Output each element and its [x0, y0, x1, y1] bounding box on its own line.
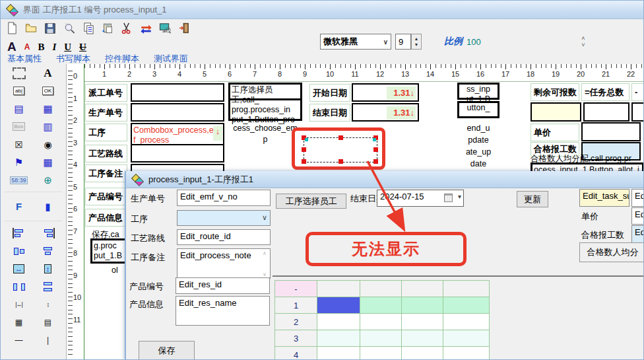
h-line-icon[interactable]: —	[5, 331, 34, 349]
dialog-date-picker[interactable]: 2024-07-15 ▾	[377, 190, 464, 207]
tree-tool-icon[interactable]: ⚑	[5, 153, 34, 171]
font-small-button[interactable]: A	[24, 41, 30, 53]
canvas-input-dispatch[interactable]	[131, 83, 224, 102]
chevron-down-icon[interactable]: ▾	[458, 193, 461, 200]
canvas-input-remaining[interactable]	[531, 102, 581, 122]
canvas-label-production[interactable]: 生产单号	[85, 104, 127, 122]
checkbox-tool-icon[interactable]: ☒	[5, 135, 34, 153]
grid-corner-cell[interactable]: -	[275, 281, 317, 297]
canvas-input-route[interactable]	[131, 144, 224, 162]
dialog-titlebar[interactable]: process_input_1-工序报工1	[126, 171, 643, 188]
screen-icon[interactable]	[158, 21, 172, 36]
space-v-icon[interactable]: ↨	[34, 295, 63, 313]
grid-cell[interactable]	[402, 347, 443, 360]
swap-arrows-icon[interactable]	[139, 21, 153, 36]
grid-cell[interactable]	[317, 330, 360, 347]
underline-button[interactable]: U	[64, 41, 71, 53]
grid-cell[interactable]	[443, 297, 490, 314]
copy-icon[interactable]	[81, 21, 96, 36]
canvas-label-process[interactable]: 工序	[85, 124, 127, 141]
dialog-input-task[interactable]: Edit_task_sur	[579, 189, 629, 207]
canvas-label-start-date[interactable]: 开始日期	[309, 84, 350, 102]
grid-row-header[interactable]: 4	[275, 347, 317, 360]
new-icon[interactable]	[5, 21, 19, 36]
dialog-input-route[interactable]: Edit_route_id	[177, 229, 271, 245]
web-tool-icon[interactable]: ⊕	[34, 171, 63, 189]
align-left-icon[interactable]	[5, 224, 34, 242]
grid-row-header[interactable]: 1	[275, 297, 317, 314]
tab-control-script[interactable]: 控件脚本	[105, 53, 139, 64]
dialog-update-button[interactable]: 更新	[517, 191, 548, 207]
grid-header-cell[interactable]	[317, 281, 360, 297]
canvas-input-cut[interactable]	[631, 102, 644, 122]
canvas-label-unit-price[interactable]: 单价	[531, 124, 579, 141]
grid-selected-cell[interactable]	[317, 297, 360, 314]
radio-tool-icon[interactable]: ◉	[34, 135, 63, 153]
canvas-input-end-date[interactable]: 1.31↓	[352, 103, 419, 122]
canvas-button-save[interactable]: g.proc put_1.B	[90, 238, 130, 264]
button-tool-icon[interactable]: OK	[34, 82, 63, 100]
tab-test-ui[interactable]: 测试界面	[154, 53, 188, 64]
distribute-v-icon[interactable]	[34, 277, 63, 295]
canvas-button-choose-emp[interactable]: 工序选择员工,call_ prog.process_in put_1.Butto…	[228, 83, 302, 121]
box-tool-icon[interactable]: Box	[5, 118, 34, 135]
grid-cell[interactable]	[360, 330, 402, 347]
datagrid-tool-icon[interactable]: ▦	[34, 153, 63, 171]
align-right-icon[interactable]	[34, 224, 63, 242]
dialog-input-qty[interactable]: Edit	[631, 225, 644, 243]
italic-button[interactable]: I	[52, 41, 56, 53]
grid-cell[interactable]	[443, 314, 490, 330]
edit-tool-icon[interactable]: ab|	[5, 82, 34, 100]
canvas-button-end-update-a[interactable]: ss_inp ut_1.B	[457, 83, 499, 100]
listbox-tool-icon[interactable]: ▥	[34, 118, 63, 135]
cut-icon[interactable]	[119, 21, 134, 36]
grid-cell[interactable]	[360, 314, 402, 330]
dialog-choose-emp-button[interactable]: 工序选择员工	[276, 194, 346, 209]
dialog-input-res-id[interactable]: Edit_res_id	[176, 277, 270, 294]
distribute-h-icon[interactable]	[5, 277, 34, 295]
canvas-label-res-name[interactable]: 产品信息	[85, 209, 127, 227]
font-size-spinner[interactable]: ▲▼	[411, 34, 422, 50]
exit-icon[interactable]	[177, 21, 191, 36]
dialog-process-combobox[interactable]: ∨	[177, 210, 271, 226]
tab-basic-props[interactable]: 基本属性	[7, 53, 42, 64]
canvas-button-end-update-b[interactable]: utton_	[457, 101, 499, 118]
fill-tool-icon[interactable]: ▮	[34, 198, 63, 215]
grid-row-header[interactable]: 3	[275, 330, 317, 347]
columns-icon[interactable]: ▦	[5, 313, 34, 331]
canvas-input-unit-price[interactable]	[581, 122, 641, 141]
tab-write-script[interactable]: 书写脚本	[56, 53, 90, 64]
combobox-drop-icon[interactable]: ↓	[213, 126, 222, 141]
grid-cell[interactable]	[443, 330, 490, 347]
grid-row-header[interactable]: 2	[275, 314, 317, 330]
dialog-textarea-note[interactable]: Edit_process_note	[177, 248, 271, 279]
selection-tool-icon[interactable]	[5, 64, 34, 82]
canvas-label-end-date[interactable]: 结束日期	[309, 104, 350, 122]
grid-cell[interactable]	[443, 347, 490, 360]
canvas-label-remaining[interactable]: 剩余可报数	[531, 83, 579, 101]
form-tool-icon[interactable]: ▦	[34, 100, 63, 118]
dialog-input-task2[interactable]: Edit	[631, 189, 644, 207]
dialog-save-button[interactable]: 保存	[139, 341, 195, 360]
canvas-label-res-id[interactable]: 产品编号	[85, 188, 127, 205]
chevron-down-icon[interactable]: ∨	[262, 213, 267, 222]
grid-header-cell[interactable]	[443, 281, 490, 297]
canvas-input-task-total[interactable]	[583, 102, 629, 122]
canvas-input-production[interactable]	[131, 103, 224, 122]
grid-cell[interactable]	[402, 297, 443, 314]
grid-cell[interactable]	[402, 330, 443, 347]
bold-button[interactable]: B	[38, 41, 44, 53]
preview-icon[interactable]	[62, 21, 77, 36]
label-tool-icon[interactable]: A	[34, 64, 63, 82]
grid-cell[interactable]	[360, 297, 402, 314]
strike-button[interactable]: U	[79, 41, 86, 53]
font-tool-icon[interactable]: F	[5, 198, 34, 215]
same-height-icon[interactable]: ↕	[34, 260, 63, 277]
same-width-icon[interactable]: ↔	[5, 260, 34, 277]
time-tool-icon[interactable]: 58:39	[5, 171, 34, 189]
grid-header-cell[interactable]	[360, 281, 402, 297]
canvas-label-note[interactable]: 工序备注	[85, 164, 127, 182]
font-size-input[interactable]: 9	[395, 34, 411, 50]
canvas-label-cut[interactable]: -	[631, 83, 644, 101]
canvas-label-task-total[interactable]: =任务总数	[581, 83, 629, 101]
